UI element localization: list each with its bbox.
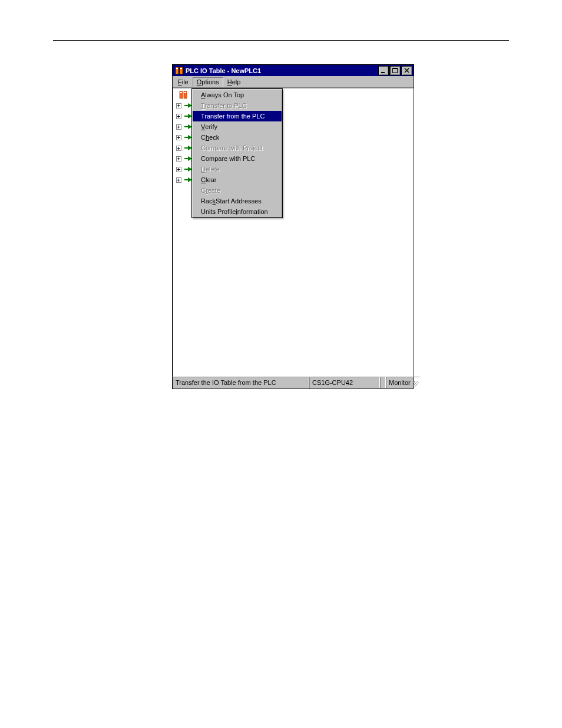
svg-rect-6 — [392, 68, 398, 69]
menu-item-label-post: eck — [209, 134, 219, 141]
menu-item-clear[interactable]: Clear — [193, 174, 282, 185]
menu-item-transfer-from-plc[interactable]: Transfer from the PLC — [193, 111, 282, 121]
menu-item-check[interactable]: Check — [193, 132, 282, 143]
svg-rect-10 — [184, 92, 186, 93]
tree-expand-icon[interactable] — [176, 103, 181, 108]
tree-expand-icon[interactable] — [176, 135, 181, 140]
tree-expand-icon[interactable] — [176, 124, 181, 130]
menu-item-transfer-to-plc: Transfer to PLC — [193, 100, 282, 111]
menu-item-rack-start-addresses[interactable]: Rack Start Addresses — [193, 196, 282, 206]
svg-rect-9 — [180, 92, 182, 93]
maximize-button[interactable] — [390, 66, 401, 75]
menu-item-label-pre: Compare with PLC — [201, 155, 255, 162]
menu-help[interactable]: Help — [223, 77, 245, 87]
menu-file-mnemonic: F — [178, 78, 182, 85]
svg-rect-4 — [381, 72, 385, 73]
menu-item-label-post: Start Addresses — [216, 197, 262, 205]
menu-help-post: elp — [232, 78, 241, 85]
menu-item-mnemonic: C — [201, 176, 206, 183]
menu-item-label-post: ransfer to PLC — [205, 102, 247, 109]
menu-item-label-post: eate — [208, 187, 220, 194]
io-table-root-icon — [179, 91, 187, 99]
tree-expand-icon[interactable] — [176, 114, 181, 119]
tree-expand-icon[interactable] — [176, 156, 181, 162]
client-area: Always On TopTransfer to PLCTransfer fro… — [173, 88, 414, 388]
menu-item-units-profile-info[interactable]: Units Profile information — [193, 206, 282, 217]
statusbar: Transfer the IO Table from the PLC CS1G-… — [173, 376, 414, 388]
menu-item-always-on-top[interactable]: Always On Top — [193, 90, 282, 100]
tree-expand-icon[interactable] — [176, 167, 181, 172]
menu-item-delete: Delete — [193, 164, 282, 174]
app-icon — [174, 66, 184, 75]
menu-help-mnemonic: H — [227, 78, 232, 85]
window-buttons — [377, 66, 412, 75]
menu-item-label-post: nformation — [237, 208, 268, 215]
menu-options-post: ptions — [201, 78, 219, 85]
menu-item-label-pre: C — [201, 134, 206, 141]
close-button[interactable] — [402, 66, 412, 75]
menu-item-verify[interactable]: Verify — [193, 121, 282, 132]
options-dropdown-menu: Always On TopTransfer to PLCTransfer fro… — [191, 88, 283, 218]
menu-item-label-pre: Units Profile — [201, 208, 236, 215]
menu-item-label-pre: C — [201, 187, 206, 194]
svg-rect-3 — [180, 68, 182, 69]
menu-item-mnemonic: D — [201, 166, 206, 173]
menu-item-create: Create — [193, 185, 282, 196]
menu-item-label-post: elete — [206, 166, 220, 173]
tree-expand-icon[interactable] — [176, 146, 181, 151]
menubar: File Options Help — [173, 76, 414, 88]
menu-item-label-pre: C — [201, 144, 206, 151]
menu-item-label-post: mpare with Project — [209, 144, 263, 151]
menu-item-compare-with-project: Compare with Project — [193, 143, 282, 153]
tree-expand-icon[interactable] — [176, 177, 181, 183]
status-plc-model: CS1G-CPU42 — [309, 377, 380, 388]
svg-rect-2 — [176, 68, 178, 69]
menu-item-mnemonic: A — [201, 91, 205, 98]
menu-item-label-pre: Rac — [201, 197, 213, 205]
menu-item-compare-with-plc[interactable]: Compare with PLC — [193, 153, 282, 164]
menu-item-label-post: lways On Top — [205, 91, 244, 98]
window-title: PLC IO Table - NewPLC1 — [186, 67, 261, 74]
menu-item-mnemonic: T — [201, 102, 205, 109]
menu-item-mnemonic: V — [201, 123, 205, 130]
menu-item-label-post: lear — [206, 176, 216, 183]
page-horizontal-rule — [53, 40, 509, 41]
status-spacer — [380, 377, 386, 388]
menu-item-label-pre: Transfer from the PLC — [201, 113, 265, 120]
menu-item-label-post: erify — [205, 123, 217, 130]
status-help-text: Transfer the IO Table from the PLC — [173, 377, 309, 388]
menu-file[interactable]: File — [174, 77, 193, 87]
menu-file-post: ile — [182, 78, 189, 85]
plc-io-table-window: PLC IO Table - NewPLC1 File Options Help — [172, 64, 414, 389]
titlebar[interactable]: PLC IO Table - NewPLC1 — [173, 65, 414, 76]
tree-view[interactable]: Always On TopTransfer to PLCTransfer fro… — [173, 88, 414, 376]
minimize-button[interactable] — [378, 66, 389, 75]
menu-options[interactable]: Options — [193, 77, 223, 87]
